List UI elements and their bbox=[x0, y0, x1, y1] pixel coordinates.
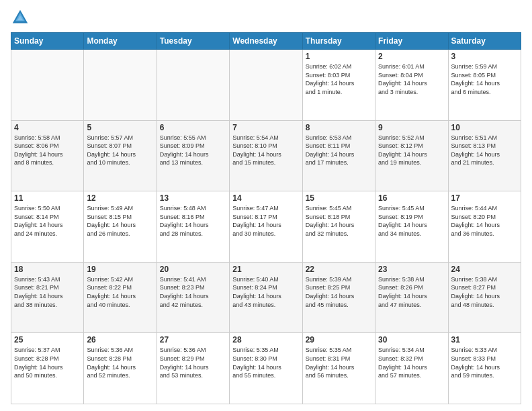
weekday-header-tuesday: Tuesday bbox=[157, 33, 229, 50]
calendar-cell: 5Sunrise: 5:57 AM Sunset: 8:07 PM Daylig… bbox=[84, 120, 157, 191]
day-info: Sunrise: 5:50 AM Sunset: 8:14 PM Dayligh… bbox=[14, 204, 81, 238]
day-info: Sunrise: 5:57 AM Sunset: 8:07 PM Dayligh… bbox=[87, 134, 153, 167]
day-info: Sunrise: 5:49 AM Sunset: 8:15 PM Dayligh… bbox=[87, 204, 153, 238]
calendar-week-row: 18Sunrise: 5:43 AM Sunset: 8:21 PM Dayli… bbox=[11, 262, 521, 333]
calendar-cell: 22Sunrise: 5:39 AM Sunset: 8:25 PM Dayli… bbox=[302, 262, 375, 333]
day-number: 1 bbox=[306, 52, 372, 61]
day-info: Sunrise: 5:35 AM Sunset: 8:31 PM Dayligh… bbox=[306, 346, 372, 379]
day-number: 6 bbox=[160, 123, 226, 132]
day-number: 27 bbox=[160, 335, 226, 345]
day-number: 17 bbox=[451, 193, 518, 203]
day-info: Sunrise: 5:35 AM Sunset: 8:30 PM Dayligh… bbox=[232, 346, 299, 379]
calendar-table: SundayMondayTuesdayWednesdayThursdayFrid… bbox=[11, 32, 521, 404]
day-info: Sunrise: 5:53 AM Sunset: 8:11 PM Dayligh… bbox=[306, 134, 372, 167]
day-number: 8 bbox=[306, 123, 372, 132]
calendar-cell bbox=[157, 50, 229, 121]
day-info: Sunrise: 5:51 AM Sunset: 8:13 PM Dayligh… bbox=[451, 134, 518, 167]
weekday-header-friday: Friday bbox=[375, 33, 448, 50]
day-info: Sunrise: 5:54 AM Sunset: 8:10 PM Dayligh… bbox=[232, 134, 299, 167]
calendar-cell: 11Sunrise: 5:50 AM Sunset: 8:14 PM Dayli… bbox=[11, 191, 84, 263]
calendar-cell: 6Sunrise: 5:55 AM Sunset: 8:09 PM Daylig… bbox=[157, 120, 229, 191]
day-number: 4 bbox=[14, 123, 81, 132]
day-info: Sunrise: 5:34 AM Sunset: 8:32 PM Dayligh… bbox=[378, 346, 445, 379]
calendar-cell: 16Sunrise: 5:45 AM Sunset: 8:19 PM Dayli… bbox=[375, 191, 448, 263]
calendar-cell: 17Sunrise: 5:44 AM Sunset: 8:20 PM Dayli… bbox=[448, 191, 521, 263]
weekday-header-monday: Monday bbox=[84, 33, 157, 50]
calendar-cell: 21Sunrise: 5:40 AM Sunset: 8:24 PM Dayli… bbox=[230, 262, 302, 333]
day-number: 11 bbox=[14, 193, 81, 203]
day-info: Sunrise: 5:45 AM Sunset: 8:19 PM Dayligh… bbox=[378, 204, 445, 238]
calendar-cell: 8Sunrise: 5:53 AM Sunset: 8:11 PM Daylig… bbox=[302, 120, 375, 191]
calendar-cell bbox=[84, 50, 157, 121]
calendar-week-row: 11Sunrise: 5:50 AM Sunset: 8:14 PM Dayli… bbox=[11, 191, 521, 263]
day-number: 30 bbox=[378, 335, 445, 345]
calendar-cell: 1Sunrise: 6:02 AM Sunset: 8:03 PM Daylig… bbox=[302, 50, 375, 121]
calendar-cell: 15Sunrise: 5:45 AM Sunset: 8:18 PM Dayli… bbox=[302, 191, 375, 263]
day-number: 3 bbox=[451, 52, 518, 61]
weekday-header-row: SundayMondayTuesdayWednesdayThursdayFrid… bbox=[11, 33, 521, 50]
calendar-cell: 30Sunrise: 5:34 AM Sunset: 8:32 PM Dayli… bbox=[375, 333, 448, 404]
calendar-week-row: 25Sunrise: 5:37 AM Sunset: 8:28 PM Dayli… bbox=[11, 333, 521, 404]
day-number: 24 bbox=[451, 265, 518, 274]
day-info: Sunrise: 5:59 AM Sunset: 8:05 PM Dayligh… bbox=[451, 62, 518, 96]
day-info: Sunrise: 5:44 AM Sunset: 8:20 PM Dayligh… bbox=[451, 204, 518, 238]
day-info: Sunrise: 5:58 AM Sunset: 8:06 PM Dayligh… bbox=[14, 134, 81, 167]
calendar-cell: 24Sunrise: 5:38 AM Sunset: 8:27 PM Dayli… bbox=[448, 262, 521, 333]
day-number: 26 bbox=[87, 335, 153, 345]
calendar-cell: 31Sunrise: 5:33 AM Sunset: 8:33 PM Dayli… bbox=[448, 333, 521, 404]
weekday-header-thursday: Thursday bbox=[302, 33, 375, 50]
day-info: Sunrise: 5:33 AM Sunset: 8:33 PM Dayligh… bbox=[451, 346, 518, 379]
day-number: 7 bbox=[232, 123, 299, 132]
day-info: Sunrise: 5:47 AM Sunset: 8:17 PM Dayligh… bbox=[232, 204, 299, 238]
day-number: 5 bbox=[87, 123, 153, 132]
calendar-cell: 23Sunrise: 5:38 AM Sunset: 8:26 PM Dayli… bbox=[375, 262, 448, 333]
calendar-cell: 26Sunrise: 5:36 AM Sunset: 8:28 PM Dayli… bbox=[84, 333, 157, 404]
calendar-cell: 20Sunrise: 5:41 AM Sunset: 8:23 PM Dayli… bbox=[157, 262, 229, 333]
day-info: Sunrise: 5:38 AM Sunset: 8:27 PM Dayligh… bbox=[451, 275, 518, 309]
calendar-cell: 29Sunrise: 5:35 AM Sunset: 8:31 PM Dayli… bbox=[302, 333, 375, 404]
calendar-cell: 12Sunrise: 5:49 AM Sunset: 8:15 PM Dayli… bbox=[84, 191, 157, 263]
calendar-cell: 2Sunrise: 6:01 AM Sunset: 8:04 PM Daylig… bbox=[375, 50, 448, 121]
day-info: Sunrise: 5:52 AM Sunset: 8:12 PM Dayligh… bbox=[378, 134, 445, 167]
page: SundayMondayTuesdayWednesdayThursdayFrid… bbox=[0, 0, 532, 411]
day-info: Sunrise: 6:01 AM Sunset: 8:04 PM Dayligh… bbox=[378, 62, 445, 96]
calendar-cell: 7Sunrise: 5:54 AM Sunset: 8:10 PM Daylig… bbox=[230, 120, 302, 191]
calendar-cell: 25Sunrise: 5:37 AM Sunset: 8:28 PM Dayli… bbox=[11, 333, 84, 404]
calendar-cell: 3Sunrise: 5:59 AM Sunset: 8:05 PM Daylig… bbox=[448, 50, 521, 121]
calendar-week-row: 4Sunrise: 5:58 AM Sunset: 8:06 PM Daylig… bbox=[11, 120, 521, 191]
day-number: 16 bbox=[378, 193, 445, 203]
day-info: Sunrise: 6:02 AM Sunset: 8:03 PM Dayligh… bbox=[306, 62, 372, 96]
calendar-cell: 9Sunrise: 5:52 AM Sunset: 8:12 PM Daylig… bbox=[375, 120, 448, 191]
calendar-cell bbox=[11, 50, 84, 121]
weekday-header-saturday: Saturday bbox=[448, 33, 521, 50]
calendar-cell: 19Sunrise: 5:42 AM Sunset: 8:22 PM Dayli… bbox=[84, 262, 157, 333]
day-number: 28 bbox=[232, 335, 299, 345]
day-number: 12 bbox=[87, 193, 153, 203]
calendar-cell: 27Sunrise: 5:36 AM Sunset: 8:29 PM Dayli… bbox=[157, 333, 229, 404]
day-number: 10 bbox=[451, 123, 518, 132]
calendar-cell: 4Sunrise: 5:58 AM Sunset: 8:06 PM Daylig… bbox=[11, 120, 84, 191]
logo bbox=[11, 8, 32, 27]
day-info: Sunrise: 5:45 AM Sunset: 8:18 PM Dayligh… bbox=[306, 204, 372, 238]
weekday-header-sunday: Sunday bbox=[11, 33, 84, 50]
day-info: Sunrise: 5:55 AM Sunset: 8:09 PM Dayligh… bbox=[160, 134, 226, 167]
day-info: Sunrise: 5:40 AM Sunset: 8:24 PM Dayligh… bbox=[232, 275, 299, 309]
calendar-cell: 18Sunrise: 5:43 AM Sunset: 8:21 PM Dayli… bbox=[11, 262, 84, 333]
day-number: 20 bbox=[160, 265, 226, 274]
day-info: Sunrise: 5:42 AM Sunset: 8:22 PM Dayligh… bbox=[87, 275, 153, 309]
day-number: 15 bbox=[306, 193, 372, 203]
weekday-header-wednesday: Wednesday bbox=[230, 33, 302, 50]
day-number: 29 bbox=[306, 335, 372, 345]
header bbox=[11, 8, 521, 27]
day-info: Sunrise: 5:38 AM Sunset: 8:26 PM Dayligh… bbox=[378, 275, 445, 309]
day-number: 9 bbox=[378, 123, 445, 132]
day-number: 22 bbox=[306, 265, 372, 274]
day-number: 18 bbox=[14, 265, 81, 274]
day-info: Sunrise: 5:36 AM Sunset: 8:29 PM Dayligh… bbox=[160, 346, 226, 379]
logo-icon bbox=[11, 8, 30, 27]
day-number: 2 bbox=[378, 52, 445, 61]
day-number: 31 bbox=[451, 335, 518, 345]
calendar-cell: 10Sunrise: 5:51 AM Sunset: 8:13 PM Dayli… bbox=[448, 120, 521, 191]
calendar-cell: 13Sunrise: 5:48 AM Sunset: 8:16 PM Dayli… bbox=[157, 191, 229, 263]
day-number: 19 bbox=[87, 265, 153, 274]
